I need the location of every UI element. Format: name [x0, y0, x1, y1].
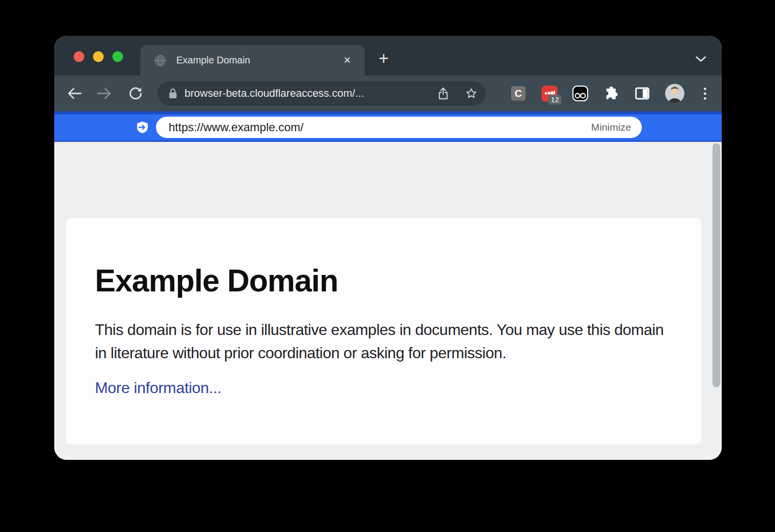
new-tab-button[interactable]: +	[374, 49, 393, 69]
extension-c-button[interactable]: C	[510, 85, 527, 102]
minimize-bar-button[interactable]: Minimize	[591, 122, 631, 133]
reload-icon	[129, 87, 142, 100]
puzzle-icon	[604, 86, 619, 101]
share-icon	[437, 87, 449, 100]
navigation-toolbar: browser-beta.cloudflareaccess.com/... C	[54, 76, 722, 111]
back-arrow-icon	[67, 87, 82, 100]
bookmark-button[interactable]	[465, 88, 477, 99]
profile-avatar[interactable]	[665, 84, 684, 103]
close-window-button[interactable]	[74, 51, 84, 62]
scrollbar-thumb[interactable]	[713, 143, 720, 387]
extensions-menu-button[interactable]	[603, 85, 620, 102]
remote-browser-bar: https://www.example.com/ Minimize	[54, 111, 722, 142]
content-card: Example Domain This domain is for use in…	[66, 218, 701, 444]
more-information-link[interactable]: More information...	[95, 379, 221, 397]
close-tab-button[interactable]: ✕	[341, 54, 354, 67]
extension-badge: 12	[548, 95, 561, 105]
address-url-text: browser-beta.cloudflareaccess.com/...	[185, 87, 437, 100]
side-panel-icon	[635, 87, 650, 100]
chevron-down-icon	[696, 56, 706, 62]
side-panel-button[interactable]	[634, 85, 651, 102]
page-title: Example Domain	[95, 264, 672, 298]
tab-overflow-button[interactable]	[692, 52, 710, 66]
forward-button[interactable]	[91, 81, 118, 106]
extension-goggles-button[interactable]	[572, 85, 589, 102]
forward-arrow-icon	[97, 87, 111, 100]
remote-url-text: https://www.example.com/	[169, 121, 591, 134]
tab-title: Example Domain	[176, 55, 341, 66]
web-page-viewport: Example Domain This domain is for use in…	[54, 142, 722, 460]
tab-example-domain[interactable]: Example Domain ✕	[140, 45, 365, 76]
share-button[interactable]	[437, 88, 449, 99]
back-button[interactable]	[61, 81, 88, 106]
page-paragraph: This domain is for use in illustrative e…	[95, 318, 672, 365]
browser-window: Example Domain ✕ +	[54, 36, 722, 460]
lock-icon	[168, 88, 178, 99]
extension-red-button[interactable]: 12	[541, 85, 558, 102]
tab-strip: Example Domain ✕ +	[54, 36, 722, 76]
address-bar[interactable]: browser-beta.cloudflareaccess.com/...	[157, 81, 486, 106]
extensions-area: C 12	[510, 84, 711, 103]
extension-c-icon: C	[511, 86, 526, 101]
traffic-lights	[74, 51, 123, 62]
star-icon	[465, 87, 477, 100]
browser-menu-button[interactable]	[699, 88, 711, 100]
minimize-window-button[interactable]	[93, 51, 104, 62]
globe-favicon-icon	[154, 54, 167, 67]
remote-url-field[interactable]: https://www.example.com/ Minimize	[156, 117, 642, 138]
shield-arrow-icon	[136, 121, 149, 134]
goggles-extension-icon	[572, 85, 589, 102]
zoom-window-button[interactable]	[112, 51, 123, 62]
reload-button[interactable]	[122, 81, 149, 106]
